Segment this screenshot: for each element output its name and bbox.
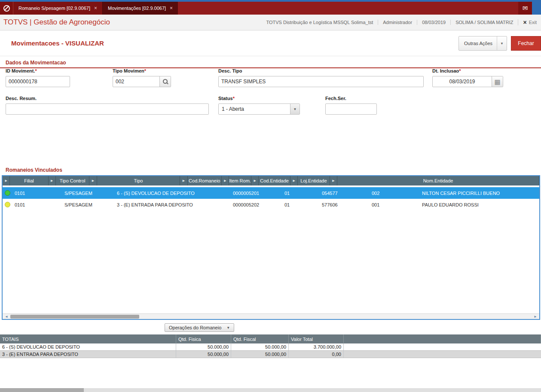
column-header-tipo[interactable]: Tipo — [97, 176, 180, 185]
cell-item-rom: 01 — [282, 191, 318, 196]
row-status-cell — [3, 202, 12, 207]
cell-item-rom: 01 — [282, 202, 318, 207]
column-arrow-icon: ▶ — [3, 176, 10, 185]
column-arrow-icon: ▶ — [49, 176, 56, 185]
chevron-down-icon[interactable]: ▼ — [290, 104, 300, 114]
column-header-nom-entidade[interactable]: Nom.Entidade — [337, 176, 539, 185]
prohibition-icon — [3, 5, 10, 12]
totals-row-filler — [344, 351, 541, 358]
totals-row: 3 - (E) ENTRADA PARA DEPOSITO 50.000,00 … — [0, 351, 541, 358]
totals-header-totais: TOTAIS — [0, 334, 176, 343]
exit-button[interactable]: × Exit — [518, 19, 538, 25]
desc-tipo-input[interactable] — [219, 76, 423, 87]
table-row[interactable]: 0101 S/PESAGEM 3 - (E) ENTRADA PARA DEPO… — [3, 199, 539, 210]
field-fech-ser: Fech.Ser. — [325, 96, 377, 115]
field-label: Fech.Ser. — [325, 96, 377, 101]
dt-inclusao-input[interactable] — [433, 76, 492, 87]
date-label: 08/03/2019 — [417, 20, 450, 25]
movimentacao-form: ID Moviment.* Tipo Movimen* Desc. Tipo D… — [0, 68, 541, 128]
column-arrow-icon: ▶ — [290, 176, 298, 185]
close-icon: × — [523, 19, 526, 25]
totals-header-valor-total: Valor Total — [289, 334, 344, 343]
cell-cod-entidade: 054577 — [318, 191, 368, 196]
cell-filial: 0101 — [12, 202, 61, 207]
cell-filial: 0101 — [12, 191, 61, 196]
scrollbar-thumb[interactable] — [10, 315, 139, 319]
column-arrow-icon: ▶ — [222, 176, 229, 185]
close-icon[interactable]: × — [94, 5, 97, 11]
column-arrow-icon: ▶ — [180, 176, 187, 185]
browser-tab-bar: Romaneio S/pesagem [02.9.0067] × Movimen… — [0, 2, 541, 15]
operations-row: Operações do Romaneio ▼ — [165, 323, 541, 332]
column-arrow-icon: ▶ — [89, 176, 97, 185]
chevron-down-icon: ▼ — [226, 326, 230, 330]
desc-resum-input[interactable] — [6, 104, 208, 114]
row-status-cell — [3, 190, 12, 196]
tab-romaneio-spesagem[interactable]: Romaneio S/pesagem [02.9.0067] × — [13, 2, 102, 15]
fech-ser-input[interactable] — [326, 104, 376, 114]
column-header-loj-entidade[interactable]: Loj.Entidade — [298, 176, 330, 185]
environment-label: TOTVS Distribuição e Logística MSSQL Sol… — [261, 20, 378, 25]
tab-label: Romaneio S/pesagem [02.9.0067] — [18, 6, 90, 11]
status-select[interactable]: 1 - Aberta ▼ — [218, 103, 300, 115]
tab-movimentacoes[interactable]: Movimentações [02.9.0067] × — [102, 2, 178, 15]
cell-tipo-control: S/PESAGEM — [61, 202, 113, 207]
page-horizontal-scrollbar[interactable] — [0, 388, 541, 392]
field-desc-tipo: Desc. Tipo — [218, 68, 424, 87]
calendar-button[interactable]: ▦ — [492, 76, 503, 87]
tab-label: Movimentações [02.9.0067] — [108, 6, 166, 11]
mail-button[interactable]: ✉ — [518, 2, 532, 15]
close-page-button[interactable]: Fechar — [511, 36, 541, 51]
status-green-icon — [5, 190, 10, 196]
scroll-left-icon[interactable]: ◄ — [3, 314, 9, 319]
user-label: Administrador — [378, 20, 417, 25]
section-title-dados: Dados da Movimentacao — [6, 60, 541, 66]
totals-row-label: 6 - (S) DEVOLUCAO DE DEPOSITO — [0, 343, 176, 350]
field-dt-inclusao: Dt. Inclusao* ▦ — [432, 68, 503, 87]
column-header-tipo-control[interactable]: Tipo Control — [56, 176, 89, 185]
grid-horizontal-scrollbar[interactable]: ◄ ► — [3, 313, 539, 319]
totals-row: 6 - (S) DEVOLUCAO DE DEPOSITO 50.000,00 … — [0, 343, 541, 351]
mail-icon: ✉ — [523, 4, 528, 12]
operacoes-romaneio-button[interactable]: Operações do Romaneio ▼ — [165, 323, 234, 332]
totals-row-filler — [344, 343, 541, 350]
cell-nom-entidade: PAULO EDUARDO ROSSI — [419, 202, 539, 207]
lookup-button[interactable] — [159, 76, 171, 87]
calendar-icon: ▦ — [494, 79, 500, 85]
totals-qtd-fiscal: 50.000,00 — [231, 351, 289, 358]
scrollbar-thumb[interactable] — [0, 388, 84, 392]
topbar-spacer — [178, 2, 518, 15]
cell-cod-entidade: 577606 — [318, 202, 368, 207]
field-label: Status* — [218, 96, 300, 101]
page-actions: Outras Ações ▼ Fechar — [458, 36, 541, 51]
totals-qtd-fisica: 50.000,00 — [176, 351, 231, 358]
grid-header: ▶ Filial ▶ Tipo Control ▶ Tipo ▶ Cod.Rom… — [3, 176, 539, 185]
totals-qtd-fiscal: 50.000,00 — [231, 343, 289, 350]
tipo-movimen-input[interactable] — [113, 76, 159, 87]
app-header: TOTVS | Gestão de Agronegócio TOTVS Dist… — [0, 15, 541, 30]
other-actions-button[interactable]: Outras Ações ▼ — [458, 36, 507, 51]
scroll-right-icon[interactable]: ► — [532, 314, 538, 319]
app-menu-button[interactable] — [0, 2, 13, 15]
column-header-cod-romaneio[interactable]: Cod.Romaneio — [188, 176, 222, 185]
field-id-moviment: ID Moviment.* — [6, 68, 70, 87]
column-header-filial[interactable]: Filial — [10, 176, 48, 185]
column-header-cod-entidade[interactable]: Cod.Entidade — [259, 176, 290, 185]
totals-table: TOTAIS Qtd. Fisica Qtd. Fiscal Valor Tot… — [0, 334, 541, 358]
column-header-item-rom[interactable]: Item Rom. — [229, 176, 251, 185]
field-desc-resum: Desc. Resum. — [6, 96, 209, 115]
field-label: Desc. Tipo — [218, 68, 424, 73]
topbar-blue-corner — [532, 2, 541, 15]
cell-tipo: 6 - (S) DEVOLUCAO DE DEPOSITO — [113, 191, 229, 196]
field-label: Dt. Inclusao* — [432, 68, 503, 73]
romaneios-grid: ▶ Filial ▶ Tipo Control ▶ Tipo ▶ Cod.Rom… — [2, 175, 540, 320]
close-icon[interactable]: × — [170, 5, 173, 11]
header-info: TOTVS Distribuição e Logística MSSQL Sol… — [261, 19, 538, 25]
totals-row-label: 3 - (E) ENTRADA PARA DEPOSITO — [0, 351, 176, 358]
grid-body: 0101 S/PESAGEM 6 - (S) DEVOLUCAO DE DEPO… — [3, 185, 539, 210]
totals-valor-total: 3.700.000,00 — [289, 343, 344, 350]
id-moviment-input[interactable] — [6, 76, 70, 87]
field-label: ID Moviment.* — [6, 68, 70, 73]
totals-qtd-fisica: 50.000,00 — [176, 343, 231, 350]
table-row[interactable]: 0101 S/PESAGEM 6 - (S) DEVOLUCAO DE DEPO… — [3, 187, 539, 199]
